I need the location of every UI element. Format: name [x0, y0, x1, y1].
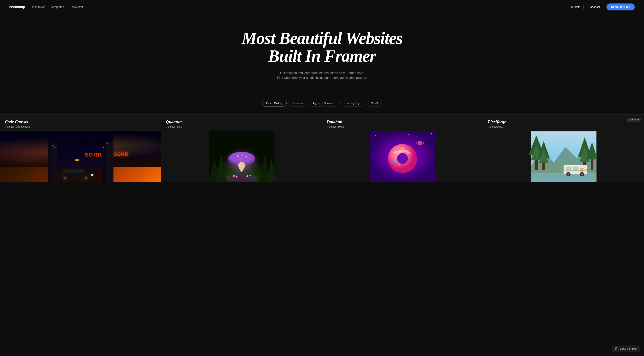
- svg-point-26: [246, 156, 247, 157]
- image-art-code-canvas: SORR: [0, 131, 161, 182]
- svg-point-33: [375, 135, 376, 135]
- svg-rect-69: [586, 169, 590, 170]
- item-header: Code Canvas Built by: Code Canvas: [0, 115, 161, 131]
- item-title: Quantum: [166, 119, 317, 124]
- svg-point-16: [64, 177, 66, 179]
- framer-badge[interactable]: Made in Framer: [612, 346, 640, 352]
- nav-links: Inspiration Templates Newsletter: [32, 5, 83, 9]
- filter-landing-page[interactable]: Landing Page: [340, 100, 365, 107]
- item-image-datahub: [322, 131, 483, 182]
- sponsor-button[interactable]: Sponsor: [586, 4, 604, 10]
- nav-newsletter[interactable]: Newsletter: [70, 5, 83, 8]
- item-title: Pixelforge: [488, 119, 639, 124]
- svg-point-25: [242, 154, 243, 156]
- hero-title: Most Beautiful Websites Built In Framer: [235, 29, 409, 65]
- item-header: Datahub Built by: Stream: [322, 115, 483, 131]
- item-image-code-canvas: SORR: [0, 131, 161, 182]
- nav-inspiration[interactable]: Inspiration: [32, 5, 45, 8]
- gallery-item-pixelforge[interactable]: Sponsored Pixelforge Built by: ADG: [483, 114, 644, 182]
- hero-subtitle: Get inspired and learn from the best of …: [274, 70, 370, 80]
- item-built-by: Built by: Code Canvas: [5, 125, 156, 128]
- item-image-pixelforge: [483, 131, 644, 182]
- svg-point-10: [75, 159, 79, 161]
- svg-point-23: [230, 152, 253, 163]
- svg-point-28: [233, 175, 235, 177]
- navbar: Northloop Inspiration Templates Newslett…: [0, 0, 644, 14]
- framer-badge-label: Made in Framer: [620, 348, 637, 351]
- nav-templates[interactable]: Templates: [51, 5, 64, 8]
- submit-button[interactable]: Submit: [567, 4, 584, 10]
- item-header: Quantum Built by: Pulse: [161, 115, 322, 131]
- remix-button[interactable]: Remix for Free: [606, 3, 635, 10]
- svg-text:SORR: SORR: [84, 152, 102, 158]
- svg-rect-2: [52, 143, 57, 182]
- filter-bar: Entire Gallery Portfolio Agency / Servic…: [0, 92, 644, 111]
- svg-rect-8: [106, 143, 108, 144]
- sponsored-badge: Sponsored: [626, 118, 641, 122]
- svg-point-68: [581, 173, 583, 175]
- gallery-item-quantum[interactable]: Quantum Built by: Pulse: [161, 114, 322, 182]
- filter-saas[interactable]: SaaS: [367, 100, 382, 107]
- item-built-by: Built by: ADG: [488, 125, 639, 128]
- gallery-item-code-canvas[interactable]: Code Canvas Built by: Code Canvas: [0, 114, 161, 182]
- item-title: Datahub: [327, 119, 478, 124]
- item-image-quantum: [161, 131, 322, 182]
- svg-point-39: [426, 174, 426, 174]
- svg-rect-13: [63, 169, 84, 173]
- svg-point-17: [85, 177, 88, 179]
- gallery-item-datahub[interactable]: Datahub Built by: Stream: [322, 114, 483, 182]
- hero-section: Most Beautiful Websites Built In Framer …: [0, 14, 644, 92]
- svg-point-38: [381, 170, 381, 170]
- item-built-by: Built by: Stream: [327, 125, 478, 128]
- svg-rect-5: [52, 145, 54, 146]
- svg-point-34: [385, 139, 385, 139]
- item-built-by: Built by: Pulse: [166, 125, 317, 128]
- svg-point-30: [246, 175, 248, 177]
- filter-portfolio[interactable]: Portfolio: [288, 100, 306, 107]
- svg-point-24: [237, 155, 239, 157]
- gallery-grid: Code Canvas Built by: Code Canvas: [0, 111, 644, 182]
- svg-point-18: [90, 174, 94, 176]
- svg-rect-4: [106, 141, 113, 182]
- svg-point-67: [568, 173, 569, 175]
- svg-point-42: [418, 141, 422, 145]
- logo[interactable]: Northloop: [9, 5, 25, 9]
- item-header: Pixelforge Built by: ADG: [483, 115, 644, 131]
- svg-point-27: [240, 158, 240, 159]
- nav-right: Submit Sponsor Remix for Free: [567, 3, 635, 10]
- filter-agency-services[interactable]: Agency / Services: [309, 100, 338, 107]
- framer-icon: [615, 347, 618, 351]
- svg-rect-59: [531, 173, 596, 182]
- svg-rect-7: [103, 147, 104, 148]
- filter-entire-gallery[interactable]: Entire Gallery: [262, 100, 287, 107]
- svg-point-29: [236, 176, 238, 178]
- svg-point-31: [250, 175, 251, 176]
- svg-rect-70: [564, 170, 586, 171]
- svg-point-45: [397, 153, 408, 164]
- nav-left: Northloop Inspiration Templates Newslett…: [9, 5, 83, 9]
- svg-rect-6: [54, 147, 55, 148]
- item-title: Code Canvas: [5, 119, 156, 124]
